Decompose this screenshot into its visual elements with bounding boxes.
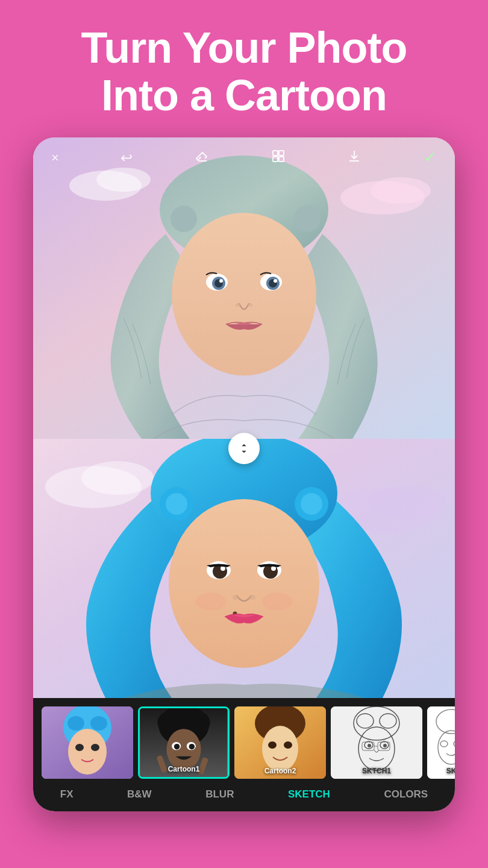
sk-label: SK <box>446 767 455 775</box>
svg-rect-1 <box>279 151 284 156</box>
svg-point-36 <box>262 593 292 611</box>
filter-thumb-blur[interactable]: Cartoon2 <box>234 706 326 779</box>
svg-point-51 <box>75 744 84 751</box>
svg-point-10 <box>170 206 197 232</box>
tab-sketch[interactable]: SKETCH <box>282 786 336 803</box>
tab-bw[interactable]: B&W <box>121 786 158 803</box>
close-button[interactable]: × <box>51 150 59 166</box>
svg-point-66 <box>262 726 298 772</box>
header-section: Turn Your Photo Into a Cartoon <box>0 0 488 137</box>
filter-thumb-bw[interactable]: Cartoon1 <box>138 706 230 779</box>
svg-point-20 <box>274 279 277 283</box>
toolbar: × ↩ ✓ <box>33 137 455 178</box>
svg-rect-0 <box>273 151 278 156</box>
svg-point-61 <box>189 744 195 750</box>
svg-rect-3 <box>279 157 284 162</box>
svg-point-12 <box>172 213 316 376</box>
eraser-icon[interactable] <box>195 149 209 167</box>
title-line1: Turn Your Photo <box>81 24 407 72</box>
filter-tabs: FX B&W BLUR SKETCH COLORS <box>33 779 455 811</box>
original-photo-panel <box>33 439 455 698</box>
svg-rect-2 <box>273 157 278 162</box>
svg-point-52 <box>91 744 99 751</box>
filter-thumb-sketch[interactable]: SKTCH1 <box>331 706 422 779</box>
svg-point-76 <box>368 744 371 747</box>
svg-point-60 <box>174 744 180 750</box>
tab-fx[interactable]: FX <box>54 786 80 803</box>
tab-colors[interactable]: COLORS <box>378 786 434 803</box>
undo-button[interactable]: ↩ <box>120 149 133 166</box>
svg-point-57 <box>167 729 201 770</box>
svg-point-19 <box>219 279 223 283</box>
svg-point-33 <box>301 493 322 515</box>
svg-point-21 <box>236 303 240 307</box>
svg-point-35 <box>196 593 226 611</box>
svg-point-22 <box>248 303 252 307</box>
svg-point-77 <box>383 744 387 747</box>
svg-point-50 <box>68 729 107 775</box>
cartoon1-label: Cartoon1 <box>168 765 200 773</box>
svg-point-49 <box>90 716 107 731</box>
svg-point-67 <box>268 741 277 749</box>
tab-blur[interactable]: BLUR <box>199 786 240 803</box>
svg-point-48 <box>67 716 84 731</box>
app-frame: × ↩ ✓ <box>33 137 455 811</box>
header-title: Turn Your Photo Into a Cartoon <box>36 24 452 119</box>
svg-point-34 <box>169 499 319 668</box>
svg-point-44 <box>233 595 239 600</box>
title-line2: Into a Cartoon <box>101 71 387 119</box>
svg-point-25 <box>81 461 154 495</box>
svg-point-11 <box>294 206 321 232</box>
confirm-button[interactable]: ✓ <box>424 148 437 167</box>
filter-thumb-fx[interactable] <box>42 706 133 779</box>
resize-icon[interactable] <box>271 149 286 167</box>
svg-point-32 <box>166 493 187 515</box>
svg-point-68 <box>284 741 292 749</box>
download-button[interactable] <box>347 149 361 167</box>
svg-point-27 <box>368 485 446 519</box>
svg-point-8 <box>371 177 431 204</box>
filter-strip: Cartoon1 <box>33 698 455 811</box>
split-divider-button[interactable] <box>228 433 260 464</box>
sktch1-label: SKTCH1 <box>362 767 391 775</box>
filter-thumb-colors[interactable]: SK <box>427 706 455 779</box>
svg-point-45 <box>249 595 255 600</box>
cartoon-panel <box>33 137 455 439</box>
cartoon2-label: Cartoon2 <box>264 767 296 775</box>
filter-thumbnails: Cartoon1 <box>33 706 455 779</box>
